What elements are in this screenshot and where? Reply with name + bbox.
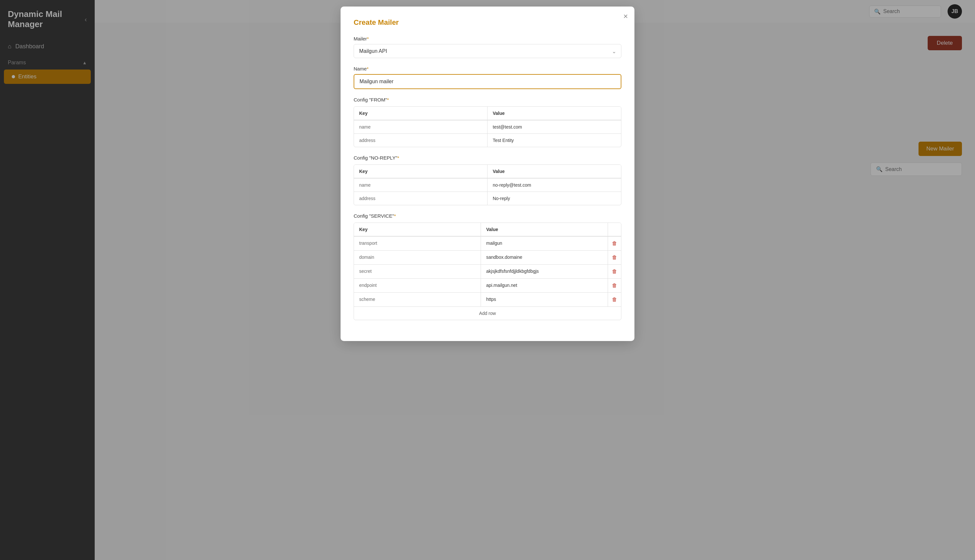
service-action-domain: 🗑: [608, 251, 621, 264]
mailer-form-group: Mailer* Mailgun API SMTP SendGrid ⌄: [354, 36, 621, 58]
config-from-value-header: Value: [488, 107, 621, 120]
delete-row-scheme-button[interactable]: 🗑: [611, 295, 618, 304]
service-action-scheme: 🗑: [608, 293, 621, 307]
delete-row-endpoint-button[interactable]: 🗑: [611, 281, 618, 290]
config-service-key-header: Key: [354, 223, 481, 236]
delete-row-transport-button[interactable]: 🗑: [611, 239, 618, 248]
table-row: address Test Entity: [354, 133, 621, 147]
table-row: transport mailgun 🗑: [354, 236, 621, 250]
add-row-button[interactable]: Add row: [354, 307, 621, 320]
config-from-title: Config "FROM"*: [354, 97, 621, 102]
config-from-header: Key Value: [354, 107, 621, 120]
config-noreply-value-header: Value: [488, 165, 621, 178]
modal-overlay: × Create Mailer Mailer* Mailgun API SMTP…: [0, 0, 975, 560]
name-form-group: Name*: [354, 66, 621, 89]
table-row: domain sandbox.domaine 🗑: [354, 250, 621, 264]
noreply-value-address: No-reply: [488, 192, 621, 205]
config-noreply-table: Key Value name no-reply@test.com address…: [354, 165, 621, 205]
config-service-action-header: [608, 223, 621, 236]
service-key-scheme: scheme: [354, 293, 481, 307]
service-key-endpoint: endpoint: [354, 279, 481, 292]
mailer-select-wrapper: Mailgun API SMTP SendGrid ⌄: [354, 44, 621, 58]
service-value-domain: sandbox.domaine: [481, 251, 608, 264]
table-row: endpoint api.mailgun.net 🗑: [354, 278, 621, 292]
config-from-key-header: Key: [354, 107, 488, 120]
config-noreply-title: Config "NO-REPLY"*: [354, 155, 621, 160]
from-value-address: Test Entity: [488, 134, 621, 147]
service-key-secret: secret: [354, 265, 481, 278]
from-key-name: name: [354, 120, 488, 133]
service-action-endpoint: 🗑: [608, 279, 621, 292]
modal-close-button[interactable]: ×: [623, 12, 628, 20]
table-row: address No-reply: [354, 192, 621, 205]
mailer-select[interactable]: Mailgun API SMTP SendGrid: [354, 44, 621, 58]
config-noreply-header: Key Value: [354, 165, 621, 178]
service-value-endpoint: api.mailgun.net: [481, 279, 608, 292]
config-service-table: Key Value transport mailgun 🗑 domain san…: [354, 223, 621, 320]
config-from-section: Config "FROM"* Key Value name test@test.…: [354, 97, 621, 147]
modal-title: Create Mailer: [354, 18, 621, 27]
noreply-key-address: address: [354, 192, 488, 205]
noreply-value-name: no-reply@test.com: [488, 178, 621, 192]
name-input[interactable]: [354, 74, 621, 89]
service-action-transport: 🗑: [608, 237, 621, 250]
table-row: secret akjsjkdfsfsnfdjjldkbgfdbgjs 🗑: [354, 264, 621, 278]
noreply-key-name: name: [354, 178, 488, 192]
config-service-title: Config "SERVICE"*: [354, 213, 621, 218]
from-key-address: address: [354, 134, 488, 147]
table-row: scheme https 🗑: [354, 292, 621, 307]
config-service-value-header: Value: [481, 223, 608, 236]
from-value-name: test@test.com: [488, 120, 621, 133]
config-service-header: Key Value: [354, 223, 621, 236]
table-row: name no-reply@test.com: [354, 178, 621, 192]
service-key-domain: domain: [354, 251, 481, 264]
name-label: Name*: [354, 66, 621, 72]
config-service-section: Config "SERVICE"* Key Value transport ma…: [354, 213, 621, 320]
config-noreply-section: Config "NO-REPLY"* Key Value name no-rep…: [354, 155, 621, 205]
config-noreply-key-header: Key: [354, 165, 488, 178]
delete-row-domain-button[interactable]: 🗑: [611, 253, 618, 262]
mailer-label: Mailer*: [354, 36, 621, 42]
service-value-secret: akjsjkdfsfsnfdjjldkbgfdbgjs: [481, 265, 608, 278]
config-from-table: Key Value name test@test.com address Tes…: [354, 107, 621, 147]
service-action-secret: 🗑: [608, 265, 621, 278]
create-mailer-modal: × Create Mailer Mailer* Mailgun API SMTP…: [341, 7, 634, 341]
service-value-scheme: https: [481, 293, 608, 307]
table-row: name test@test.com: [354, 120, 621, 133]
delete-row-secret-button[interactable]: 🗑: [611, 267, 618, 276]
service-key-transport: transport: [354, 237, 481, 250]
service-value-transport: mailgun: [481, 237, 608, 250]
